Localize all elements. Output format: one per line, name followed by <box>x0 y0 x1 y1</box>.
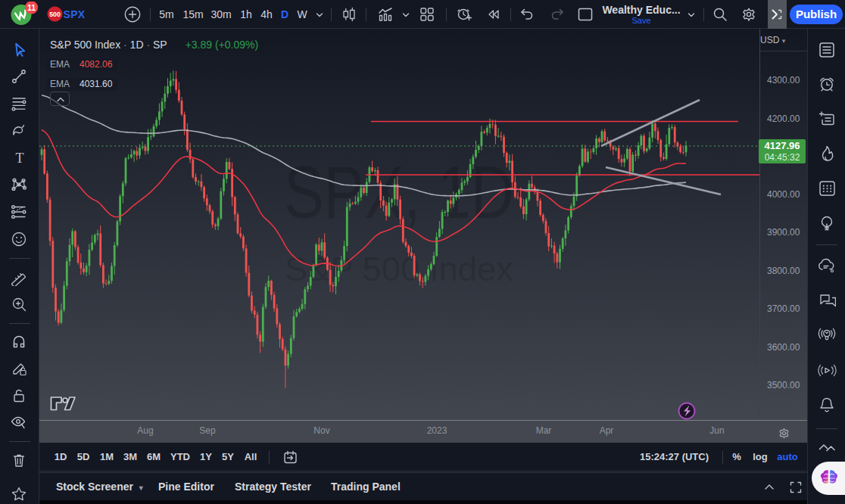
svg-text:500: 500 <box>49 11 61 18</box>
svg-text:S&P 500 Index: S&P 500 Index <box>285 250 513 288</box>
svg-text:11: 11 <box>27 3 36 12</box>
svg-text:SPX, 1D: SPX, 1D <box>284 151 514 234</box>
